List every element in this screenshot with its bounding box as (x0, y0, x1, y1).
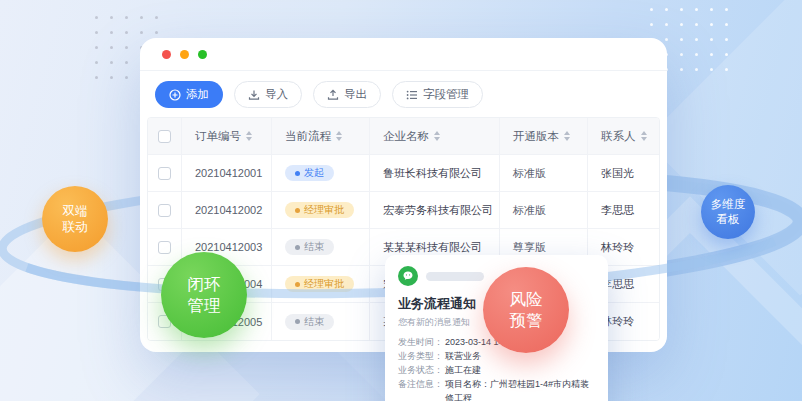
cell-contact: 李思思 (588, 192, 659, 228)
notification-fields: 发生时间： 2023-03-14 14:2 业务类型： 联营业务 业务状态： 施… (398, 335, 595, 401)
field-manage-button-label: 字段管理 (423, 87, 469, 102)
column-header-label: 开通版本 (513, 129, 559, 144)
field-label: 业务类型： (398, 349, 445, 363)
plus-circle-icon (169, 89, 181, 101)
cell-status: 发起 (272, 155, 370, 191)
field-label: 业务状态： (398, 363, 445, 377)
badge-text: 管理 (188, 295, 221, 316)
cell-version: 标准版 (500, 192, 588, 228)
table-row[interactable]: 20210412001发起鲁班长科技有限公司标准版张国光 (148, 155, 659, 192)
cell-status: 结束 (272, 229, 370, 265)
cell-version: 标准版 (500, 155, 588, 191)
field-value: 联营业务 (445, 349, 481, 363)
select-all-checkbox[interactable] (158, 130, 171, 143)
cell-company: 鲁班长科技有限公司 (370, 155, 500, 191)
page: 添加 导入 导出 (0, 0, 802, 401)
field-value: 施工在建 (445, 363, 481, 377)
column-header-status[interactable]: 当前流程 (272, 118, 370, 154)
column-header-label: 联系人 (601, 129, 636, 144)
field-label: 发生时间： (398, 335, 445, 349)
row-checkbox-cell (148, 192, 182, 228)
remark-lines: 项目名称：广州碧桂园1-4#市内精装修工程 合同名称：广州碧桂园1-4#市内精装… (445, 377, 595, 401)
field-remark: 备注信息： 项目名称：广州碧桂园1-4#市内精装修工程 合同名称：广州碧桂园1-… (398, 377, 595, 401)
status-pill: 经理审批 (285, 202, 354, 218)
badge-closed-loop: 闭环 管理 (161, 252, 247, 338)
badge-text: 看板 (717, 212, 740, 227)
export-button[interactable]: 导出 (313, 81, 381, 108)
window-maximize-button[interactable] (198, 50, 207, 59)
row-checkbox[interactable] (158, 167, 171, 180)
row-checkbox[interactable] (158, 241, 171, 254)
status-pill: 结束 (285, 314, 334, 330)
window-minimize-button[interactable] (180, 50, 189, 59)
field-list-icon (406, 89, 418, 101)
status-dot-icon (295, 171, 300, 176)
import-button[interactable]: 导入 (234, 81, 302, 108)
add-button[interactable]: 添加 (155, 81, 223, 108)
column-header-label: 企业名称 (383, 129, 429, 144)
wechat-chat-icon (398, 266, 418, 286)
row-checkbox-cell (148, 229, 182, 265)
field-state: 业务状态： 施工在建 (398, 363, 595, 377)
badge-text: 多维度 (711, 197, 746, 212)
sort-icon[interactable] (434, 131, 440, 141)
sort-icon[interactable] (641, 131, 647, 141)
import-button-label: 导入 (265, 87, 288, 102)
cell-status: 经理审批 (272, 192, 370, 228)
row-checkbox[interactable] (158, 204, 171, 217)
status-pill: 发起 (285, 165, 334, 181)
badge-risk-warning: 风险 预警 (483, 267, 569, 353)
column-header-contact[interactable]: 联系人 (588, 118, 659, 154)
status-dot-icon (295, 282, 300, 287)
cell-order: 20210412001 (182, 155, 272, 191)
remark-line: 项目名称：广州碧桂园1-4#市内精装修工程 (445, 377, 595, 401)
row-checkbox-cell (148, 155, 182, 191)
window-close-button[interactable] (162, 50, 171, 59)
column-header-label: 订单编号 (195, 129, 241, 144)
status-pill: 结束 (285, 239, 334, 255)
column-header-version[interactable]: 开通版本 (500, 118, 588, 154)
table-header-row: 订单编号 当前流程 企业名称 开通版本 联系人 (148, 118, 659, 155)
sort-icon[interactable] (336, 131, 342, 141)
status-dot-icon (295, 208, 300, 213)
badge-text: 双端 (63, 203, 88, 219)
cell-status: 结束 (272, 303, 370, 340)
badge-text: 预警 (510, 310, 543, 331)
cell-company: 宏泰劳务科技有限公司 (370, 192, 500, 228)
status-dot-icon (295, 319, 300, 324)
badge-text: 闭环 (188, 274, 221, 295)
add-button-label: 添加 (186, 87, 209, 102)
badge-text: 联动 (63, 219, 88, 235)
badge-dual-linkage: 双端 联动 (42, 186, 108, 252)
export-icon (327, 89, 339, 101)
status-dot-icon (295, 245, 300, 250)
cell-status: 经理审批 (272, 266, 370, 302)
field-label: 备注信息： (398, 377, 445, 401)
import-icon (248, 89, 260, 101)
column-header-company[interactable]: 企业名称 (370, 118, 500, 154)
sort-icon[interactable] (246, 131, 252, 141)
column-header-label: 当前流程 (285, 129, 331, 144)
status-pill: 经理审批 (285, 276, 354, 292)
sort-icon[interactable] (564, 131, 570, 141)
select-all-cell (148, 118, 182, 154)
field-manage-button[interactable]: 字段管理 (392, 81, 483, 108)
column-header-order[interactable]: 订单编号 (182, 118, 272, 154)
window-titlebar (140, 38, 667, 71)
badge-text: 风险 (510, 289, 543, 310)
table-row[interactable]: 20210412002经理审批宏泰劳务科技有限公司标准版李思思 (148, 192, 659, 229)
export-button-label: 导出 (344, 87, 367, 102)
cell-order: 20210412002 (182, 192, 272, 228)
cell-contact: 张国光 (588, 155, 659, 191)
field-type: 业务类型： 联营业务 (398, 349, 595, 363)
toolbar: 添加 导入 导出 (140, 71, 667, 108)
badge-multi-dashboard: 多维度 看板 (701, 185, 755, 239)
sender-placeholder (426, 272, 484, 281)
